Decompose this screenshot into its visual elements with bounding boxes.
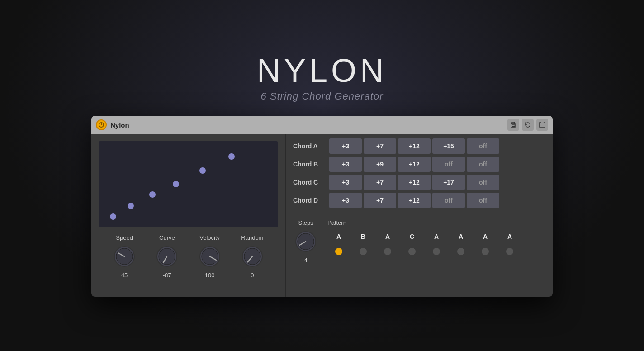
chord-cell-0-0[interactable]: +3 — [329, 138, 362, 154]
knob-label-velocity: Velocity — [199, 234, 220, 241]
print-button[interactable] — [507, 119, 519, 131]
plugin-window: Nylon — [91, 116, 553, 297]
chord-cell-1-1[interactable]: +9 — [364, 157, 396, 172]
steps-group: Steps 4 — [293, 219, 318, 264]
chord-cells-2: +3+7+12+17off — [329, 175, 499, 190]
plugin-body: Speed 45 Curve -87 Velocity 100 Random — [91, 134, 553, 297]
knob-random: Random 0 — [240, 234, 265, 279]
pattern-dot-1[interactable] — [352, 247, 374, 256]
svg-point-5 — [514, 125, 515, 126]
pattern-letter-0[interactable]: A — [327, 230, 350, 243]
pattern-dot-0[interactable] — [327, 247, 350, 256]
chord-cell-0-1[interactable]: +7 — [364, 138, 396, 154]
chord-cell-1-2[interactable]: +12 — [398, 157, 431, 172]
refresh-button[interactable] — [522, 119, 534, 131]
window-title: Nylon — [110, 121, 129, 129]
pattern-dot-circle-4 — [433, 248, 440, 255]
chords-section: Chord A+3+7+12+15offChord B+3+9+12offoff… — [286, 134, 553, 213]
display-area — [99, 141, 278, 227]
chord-cells-1: +3+9+12offoff — [329, 157, 499, 172]
right-panel: Chord A+3+7+12+15offChord B+3+9+12offoff… — [286, 134, 553, 297]
pattern-dot-4[interactable] — [425, 247, 448, 256]
chord-name-3: Chord D — [293, 197, 329, 204]
pattern-letter-1[interactable]: B — [352, 230, 374, 243]
chord-cell-3-3[interactable]: off — [432, 193, 465, 208]
pattern-group: Pattern ABACAAAA — [327, 219, 545, 256]
chord-cell-2-1[interactable]: +7 — [364, 175, 396, 190]
knobs-row: Speed 45 Curve -87 Velocity 100 Random — [99, 234, 278, 279]
title-bar: Nylon — [91, 116, 553, 134]
display-dot — [149, 191, 156, 198]
chord-cell-3-2[interactable]: +12 — [398, 193, 431, 208]
pattern-letter-5[interactable]: A — [450, 230, 472, 243]
display-dot — [128, 203, 134, 209]
knob-label-curve: Curve — [159, 234, 175, 241]
knob-velocity: Velocity 100 — [197, 234, 223, 279]
title-bar-left: Nylon — [96, 119, 129, 130]
chord-cells-0: +3+7+12+15off — [329, 138, 499, 154]
chord-cell-3-0[interactable]: +3 — [329, 193, 362, 208]
pattern-letters: ABACAAAA — [327, 230, 545, 243]
pattern-letter-4[interactable]: A — [425, 230, 448, 243]
chord-name-1: Chord B — [293, 161, 329, 168]
chord-cell-3-1[interactable]: +7 — [364, 193, 396, 208]
svg-rect-4 — [512, 126, 515, 127]
knob-control-curve[interactable] — [154, 244, 180, 269]
pattern-letter-2[interactable]: A — [376, 230, 399, 243]
pattern-dot-circle-3 — [408, 248, 416, 255]
knob-value-velocity: 100 — [205, 272, 215, 279]
pattern-dot-circle-0 — [335, 248, 342, 255]
knob-control-speed[interactable] — [112, 244, 137, 269]
chord-cell-3-4[interactable]: off — [467, 193, 499, 208]
pattern-dot-3[interactable] — [401, 247, 423, 256]
knob-value-curve: -87 — [163, 272, 171, 279]
knob-speed: Speed 45 — [112, 234, 137, 279]
knob-value-random: 0 — [251, 272, 254, 279]
app-header: NYLON 6 String Chord Generator — [257, 54, 387, 102]
knob-control-random[interactable] — [240, 244, 265, 269]
svg-rect-3 — [512, 122, 515, 124]
pattern-dot-circle-2 — [384, 248, 391, 255]
pattern-section: Steps 4 Pattern ABACAAAA — [286, 213, 553, 270]
chord-cell-2-0[interactable]: +3 — [329, 175, 362, 190]
display-dot — [173, 181, 179, 187]
knob-control-velocity[interactable] — [197, 244, 223, 269]
steps-value: 4 — [304, 257, 307, 264]
power-button[interactable] — [96, 119, 107, 130]
app-subtitle: 6 String Chord Generator — [257, 90, 387, 102]
svg-rect-8 — [540, 125, 544, 127]
pattern-dot-circle-1 — [360, 248, 367, 255]
knob-value-speed: 45 — [121, 272, 128, 279]
chord-cells-3: +3+7+12offoff — [329, 193, 499, 208]
pattern-letter-3[interactable]: C — [401, 230, 423, 243]
pattern-dot-5[interactable] — [450, 247, 472, 256]
chord-cell-2-2[interactable]: +12 — [398, 175, 431, 190]
chord-name-2: Chord C — [293, 179, 329, 186]
display-dot — [199, 167, 206, 174]
chord-cell-1-3[interactable]: off — [432, 157, 465, 172]
chord-cell-0-4[interactable]: off — [467, 138, 499, 154]
pattern-dot-2[interactable] — [376, 247, 399, 256]
pattern-dot-circle-6 — [482, 248, 489, 255]
chord-row-chord-b: Chord B+3+9+12offoff — [293, 157, 545, 172]
chord-cell-1-4[interactable]: off — [467, 157, 499, 172]
pattern-letter-6[interactable]: A — [474, 230, 497, 243]
pattern-dot-circle-7 — [506, 248, 513, 255]
left-panel: Speed 45 Curve -87 Velocity 100 Random — [91, 134, 286, 297]
chord-cell-2-4[interactable]: off — [467, 175, 499, 190]
knob-curve: Curve -87 — [154, 234, 180, 279]
app-title: NYLON — [257, 54, 387, 87]
display-dot — [228, 153, 235, 160]
chord-cell-0-2[interactable]: +12 — [398, 138, 431, 154]
save-button[interactable] — [536, 119, 548, 131]
knob-label-random: Random — [241, 234, 263, 241]
pattern-dot-circle-5 — [457, 248, 464, 255]
pattern-dot-7[interactable] — [498, 247, 521, 256]
pattern-letter-7[interactable]: A — [498, 230, 521, 243]
chord-cell-2-3[interactable]: +17 — [432, 175, 465, 190]
chord-cell-1-0[interactable]: +3 — [329, 157, 362, 172]
chord-cell-0-3[interactable]: +15 — [432, 138, 465, 154]
chord-name-0: Chord A — [293, 142, 329, 150]
steps-knob[interactable] — [293, 229, 318, 254]
pattern-dot-6[interactable] — [474, 247, 497, 256]
